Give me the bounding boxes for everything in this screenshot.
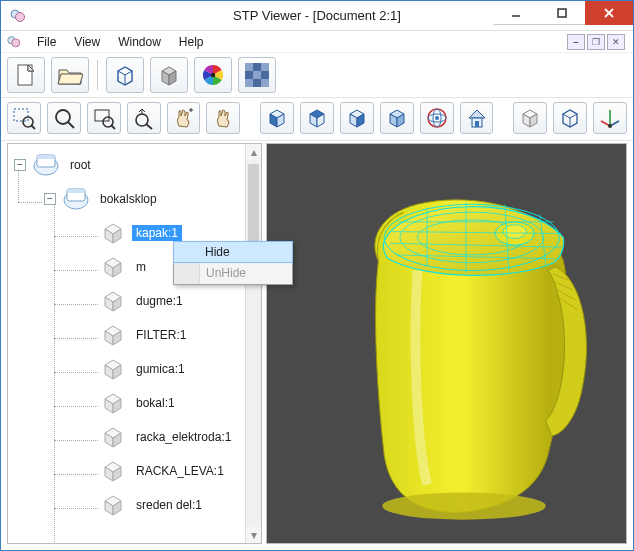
axis-button[interactable] (593, 102, 627, 134)
texture-checker-button[interactable] (238, 57, 276, 93)
tree-label[interactable]: sreden del:1 (132, 497, 206, 513)
box-light-button[interactable] (513, 102, 547, 134)
part-cube-icon (100, 220, 126, 246)
part-cube-icon (100, 492, 126, 518)
wireframe-cube-button[interactable] (106, 57, 144, 93)
folder-icon (62, 185, 90, 213)
tree-label[interactable]: RACKA_LEVA:1 (132, 463, 228, 479)
zoom-window-button[interactable] (87, 102, 121, 134)
svg-rect-53 (475, 121, 479, 127)
svg-rect-65 (37, 155, 55, 159)
svg-line-5 (605, 9, 613, 17)
scroll-down-icon[interactable]: ▾ (246, 527, 261, 543)
box-wire-button[interactable] (553, 102, 587, 134)
svg-rect-68 (67, 189, 85, 193)
close-button[interactable] (585, 1, 633, 25)
mdi-close-button[interactable]: ✕ (607, 34, 625, 50)
shaded-cube-button[interactable] (150, 57, 188, 93)
svg-rect-18 (261, 63, 269, 71)
menubar: File View Window Help ‒ ❐ ✕ (1, 31, 633, 53)
tree-part-node[interactable]: bokal:1 (10, 386, 243, 420)
svg-rect-21 (261, 79, 269, 87)
svg-point-50 (435, 116, 439, 120)
expander-minus-icon[interactable]: − (44, 193, 56, 205)
tree-part-node[interactable]: dugme:1 (10, 284, 243, 318)
menu-label: Hide (205, 245, 230, 259)
tree-label[interactable]: gumica:1 (132, 361, 189, 377)
context-menu: Hide UnHide (173, 241, 293, 285)
tree-assembly-node[interactable]: − bokalsklop (10, 182, 243, 216)
part-cube-icon (100, 288, 126, 314)
svg-line-26 (68, 122, 74, 128)
mdi-minimize-button[interactable]: ‒ (567, 34, 585, 50)
vertical-scrollbar[interactable]: ▴ ▾ (245, 144, 261, 543)
svg-point-62 (608, 124, 612, 128)
tree-label[interactable]: bokalsklop (96, 191, 161, 207)
mdi-controls: ‒ ❐ ✕ (567, 34, 629, 50)
svg-rect-27 (95, 110, 109, 121)
statusbar (1, 546, 633, 550)
home-view-button[interactable] (460, 102, 494, 134)
zoom-selection-button[interactable] (7, 102, 41, 134)
tree-part-node[interactable]: RACKA_LEVA:1 (10, 454, 243, 488)
tree-label[interactable]: m (132, 259, 150, 275)
context-menu-unhide: UnHide (174, 262, 292, 284)
tree-scroll: − root − bokalsklop (8, 144, 245, 543)
tree-label[interactable]: root (66, 157, 95, 173)
app-icon (7, 5, 29, 27)
orbit-button[interactable] (420, 102, 454, 134)
svg-point-15 (211, 73, 215, 77)
part-cube-icon (100, 356, 126, 382)
tree-part-node[interactable]: sreden del:1 (10, 488, 243, 522)
open-file-button[interactable] (51, 57, 89, 93)
window-controls (493, 1, 633, 30)
tree-label[interactable]: dugme:1 (132, 293, 187, 309)
color-wheel-button[interactable] (194, 57, 232, 93)
mdi-restore-button[interactable]: ❐ (587, 34, 605, 50)
tree-label[interactable]: kapak:1 (132, 225, 182, 241)
view-top-button[interactable] (300, 102, 334, 134)
svg-point-96 (382, 492, 545, 519)
model-tree[interactable]: − root − bokalsklop (8, 144, 245, 526)
tree-label[interactable]: bokal:1 (132, 395, 179, 411)
app-window: STP Viewer - [Document 2:1] File View Wi… (0, 0, 634, 551)
maximize-button[interactable] (539, 1, 585, 25)
content-area: − root − bokalsklop (1, 141, 633, 546)
svg-rect-20 (245, 79, 253, 87)
view-front-button[interactable] (260, 102, 294, 134)
tree-part-node[interactable]: racka_elektroda:1 (10, 420, 243, 454)
new-document-button[interactable] (7, 57, 45, 93)
view-side-button[interactable] (340, 102, 374, 134)
svg-rect-3 (558, 9, 566, 17)
expander-minus-icon[interactable]: − (14, 159, 26, 171)
scroll-up-icon[interactable]: ▴ (246, 144, 261, 160)
menu-window[interactable]: Window (110, 33, 169, 51)
rotate-hand-button[interactable] (206, 102, 240, 134)
menu-label: UnHide (206, 266, 246, 280)
menu-view[interactable]: View (66, 33, 108, 51)
3d-viewport[interactable] (266, 143, 627, 544)
toolbar-main (1, 53, 633, 98)
dynamic-zoom-button[interactable] (127, 102, 161, 134)
menu-file[interactable]: File (29, 33, 64, 51)
part-cube-icon (100, 390, 126, 416)
svg-line-4 (605, 9, 613, 17)
svg-point-7 (12, 38, 20, 46)
tree-root-node[interactable]: − root (10, 148, 243, 182)
minimize-button[interactable] (493, 1, 539, 25)
tree-label[interactable]: FILTER:1 (132, 327, 190, 343)
svg-rect-22 (14, 109, 28, 121)
svg-line-24 (31, 125, 35, 129)
tree-part-node[interactable]: gumica:1 (10, 352, 243, 386)
svg-rect-19 (253, 71, 261, 79)
menu-help[interactable]: Help (171, 33, 212, 51)
part-cube-icon (100, 458, 126, 484)
pan-button[interactable] (167, 102, 201, 134)
view-iso-button[interactable] (380, 102, 414, 134)
tree-label[interactable]: racka_elektroda:1 (132, 429, 235, 445)
tree-part-node[interactable]: FILTER:1 (10, 318, 243, 352)
part-cube-icon (100, 424, 126, 450)
svg-marker-51 (469, 110, 485, 118)
context-menu-hide[interactable]: Hide (173, 241, 293, 263)
zoom-button[interactable] (47, 102, 81, 134)
